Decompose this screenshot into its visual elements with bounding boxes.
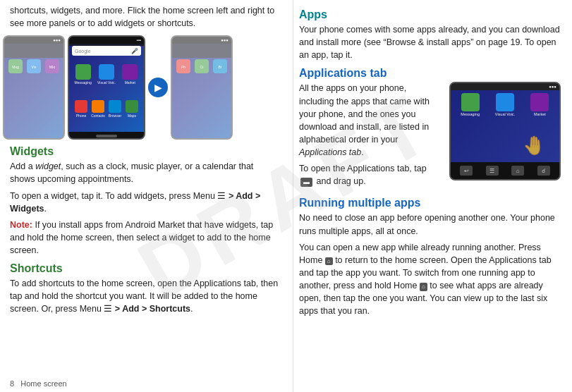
home-button-icon-1: ⌂ <box>325 257 333 266</box>
apps-para1: Your phone comes with some apps already,… <box>299 23 562 61</box>
phone-screenshot-right: ●●● Ph Ct Br <box>171 35 233 140</box>
widgets-para1: Add a widget, such as a clock, music pla… <box>10 160 280 185</box>
right-app-market: Market <box>523 93 556 116</box>
right-column: Apps Your phone comes with some apps alr… <box>293 0 572 392</box>
intro-paragraph: shortcuts, widgets, and more. Flick the … <box>10 4 280 30</box>
applications-tab-heading: Applications tab <box>299 67 562 80</box>
running-apps-para2: You can open a new app while already run… <box>299 241 562 318</box>
phone-screenshots-area: ●●● Msg Vis Mkt <box>10 35 280 140</box>
widgets-para2: To open a widget, tap it. To add widgets… <box>10 190 280 215</box>
arrow-button-right: ▶ <box>148 78 168 97</box>
shortcuts-para1: To add shortcuts to the home screen, ope… <box>10 277 280 315</box>
page-number: 8 <box>10 379 14 388</box>
hand-touch-icon: 🤚 <box>523 135 545 157</box>
nav-home-btn: ⌂ <box>511 166 524 176</box>
phone-screenshot-center: ▪▪▪ Google 🎤 Messaging Visual Voic. <box>68 35 145 140</box>
right-phone-app-grid: Messaging Visual Voic. Market <box>452 92 558 118</box>
nav-search-btn: ☌ <box>537 166 550 176</box>
page-footer: 8 Home screen <box>10 379 67 388</box>
left-column: shortcuts, widgets, and more. Flick the … <box>0 0 293 392</box>
running-apps-heading: Running multiple apps <box>299 197 562 209</box>
right-app-visual-voic: Visual Voic. <box>488 93 521 116</box>
home-button-icon-2: ⌂ <box>420 283 427 291</box>
note-label: Note: <box>10 220 32 230</box>
right-app-messaging: Messaging <box>454 93 487 116</box>
nav-menu-btn: ☰ <box>486 166 499 176</box>
applications-section: ●●● Messaging Visual Voic. <box>299 82 562 191</box>
widgets-heading: Widgets <box>10 145 280 158</box>
footer-section-name: Home screen <box>20 379 66 388</box>
running-apps-para1: No need to close an app before opening a… <box>299 212 562 237</box>
right-phone-screenshot: ●●● Messaging Visual Voic. <box>449 82 561 180</box>
right-phone-status-bar: ●●● <box>451 83 559 90</box>
tab-button-icon: ▬ <box>300 178 312 187</box>
shortcuts-heading: Shortcuts <box>10 262 280 275</box>
right-phone-container: ●●● Messaging Visual Voic. <box>449 82 562 180</box>
nav-back-btn: ↩ <box>460 166 473 176</box>
widgets-note: Note: If you install apps from Android M… <box>10 219 280 257</box>
phone-screenshot-left: ●●● Msg Vis Mkt <box>3 35 65 140</box>
right-phone-nav-bar: ↩ ☰ ⌂ ☌ <box>451 162 559 179</box>
right-phone-wallpaper: Messaging Visual Voic. Market <box>451 90 559 162</box>
apps-heading: Apps <box>299 8 562 21</box>
